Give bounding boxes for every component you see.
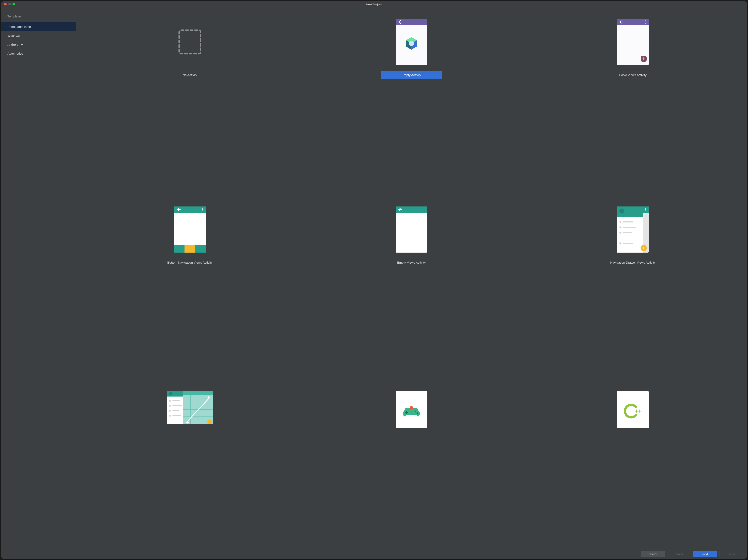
svg-rect-35 — [623, 232, 632, 233]
svg-point-41 — [169, 392, 172, 395]
template-thumbnail — [602, 16, 664, 68]
template-thumbnail — [159, 203, 221, 256]
svg-rect-31 — [623, 221, 633, 222]
overflow-menu-icon — [202, 208, 203, 211]
svg-point-17 — [202, 211, 203, 211]
dialog-footer: Cancel Previous Next Finish — [76, 549, 747, 559]
svg-point-44 — [169, 405, 171, 407]
template-no-activity[interactable]: No Activity — [80, 16, 300, 200]
svg-point-11 — [645, 22, 646, 22]
svg-point-29 — [619, 209, 624, 214]
cpp-icon — [617, 391, 649, 428]
button-label: Previous — [674, 553, 684, 556]
svg-point-12 — [645, 23, 646, 24]
template-categories-sidebar: Templates Phone and Tablet Wear OS Andro… — [1, 7, 76, 559]
template-responsive-views[interactable]: Responsive Views Activity — [80, 391, 300, 549]
template-label: No Activity — [159, 71, 221, 79]
template-thumbnail — [381, 16, 442, 68]
svg-rect-33 — [623, 227, 636, 228]
svg-rect-51 — [183, 391, 213, 395]
compose-phone-icon — [396, 19, 427, 65]
svg-rect-20 — [396, 206, 427, 252]
svg-rect-38 — [619, 238, 640, 238]
svg-point-36 — [620, 242, 622, 244]
sidebar-heading: Templates — [1, 11, 76, 22]
template-empty-activity[interactable]: Empty Activity — [302, 16, 521, 200]
template-label: Basic Views Activity — [602, 71, 664, 79]
svg-rect-37 — [623, 243, 633, 244]
responsive-tablet-icon — [167, 391, 213, 428]
cancel-button[interactable]: Cancel — [641, 551, 665, 557]
bottom-nav-phone-icon — [174, 206, 206, 252]
template-empty-views-activity[interactable]: Empty Views Activity — [302, 203, 521, 387]
sidebar-item-automotive[interactable]: Automotive — [1, 49, 76, 58]
zoom-window-button[interactable] — [13, 3, 15, 5]
basic-phone-icon — [617, 19, 649, 65]
template-label: Bottom Navigation Views Activity — [159, 259, 221, 266]
empty-dashed-box-icon — [178, 29, 202, 55]
svg-point-10 — [645, 20, 646, 21]
svg-point-32 — [620, 226, 622, 228]
svg-rect-66 — [617, 391, 649, 428]
svg-point-24 — [645, 208, 646, 209]
svg-rect-0 — [179, 30, 201, 54]
sidebar-item-phone-tablet[interactable]: Phone and Tablet — [1, 22, 76, 31]
svg-rect-47 — [172, 410, 179, 411]
button-label: Next — [702, 553, 708, 556]
sidebar-item-android-tv[interactable]: Android TV — [1, 40, 76, 49]
empty-views-phone-icon — [396, 206, 427, 252]
button-label: Cancel — [649, 553, 657, 556]
template-thumbnail — [602, 391, 664, 428]
title-bar: New Project — [1, 1, 747, 7]
template-thumbnail — [159, 16, 221, 68]
svg-point-15 — [202, 208, 203, 209]
svg-rect-43 — [172, 400, 180, 401]
nav-drawer-phone-icon — [617, 206, 649, 252]
template-thumbnail — [159, 391, 221, 428]
finish-button: Finish — [719, 551, 743, 557]
svg-point-46 — [169, 410, 171, 412]
window-controls — [4, 3, 15, 5]
svg-point-61 — [410, 406, 413, 409]
template-label: Empty Views Activity — [381, 259, 442, 266]
sidebar-item-label: Automotive — [7, 52, 23, 55]
svg-point-48 — [169, 415, 171, 417]
svg-point-26 — [645, 211, 646, 211]
template-game-activity[interactable]: Game Activity (C++) — [302, 391, 521, 549]
sidebar-item-label: Wear OS — [7, 34, 20, 38]
template-thumbnail — [602, 203, 664, 256]
svg-point-64 — [415, 411, 416, 412]
svg-rect-49 — [172, 415, 181, 416]
button-label: Finish — [728, 553, 735, 556]
overflow-menu-icon — [645, 208, 646, 211]
svg-point-42 — [169, 400, 171, 402]
template-thumbnail — [381, 203, 442, 256]
overflow-menu-icon — [645, 20, 646, 24]
svg-point-65 — [417, 413, 418, 414]
previous-button: Previous — [667, 551, 691, 557]
minimize-window-button[interactable] — [8, 3, 11, 5]
template-gallery: No Activity — [76, 7, 747, 549]
sidebar-item-label: Phone and Tablet — [7, 25, 32, 28]
svg-rect-63 — [405, 412, 408, 413]
template-native-cpp[interactable]: Native C++ — [523, 391, 743, 549]
template-navigation-drawer[interactable]: Navigation Drawer Views Activity — [523, 203, 743, 387]
window-title: New Project — [366, 3, 382, 6]
game-controller-icon — [396, 391, 427, 428]
next-button[interactable]: Next — [693, 551, 717, 557]
template-thumbnail — [381, 391, 442, 428]
template-label: Navigation Drawer Views Activity — [602, 259, 664, 266]
svg-point-34 — [620, 232, 622, 234]
template-basic-views-activity[interactable]: Basic Views Activity — [523, 16, 743, 200]
svg-point-16 — [202, 209, 203, 210]
sidebar-item-label: Android TV — [7, 43, 23, 46]
close-window-button[interactable] — [4, 3, 7, 5]
svg-point-30 — [620, 221, 622, 223]
svg-rect-19 — [185, 245, 195, 252]
sidebar-item-wear-os[interactable]: Wear OS — [1, 31, 76, 40]
new-project-dialog: New Project Templates Phone and Tablet W… — [1, 1, 747, 559]
template-label: Empty Activity — [381, 71, 442, 79]
svg-rect-45 — [172, 405, 182, 406]
svg-point-25 — [645, 209, 646, 210]
template-bottom-navigation[interactable]: Bottom Navigation Views Activity — [80, 203, 300, 387]
